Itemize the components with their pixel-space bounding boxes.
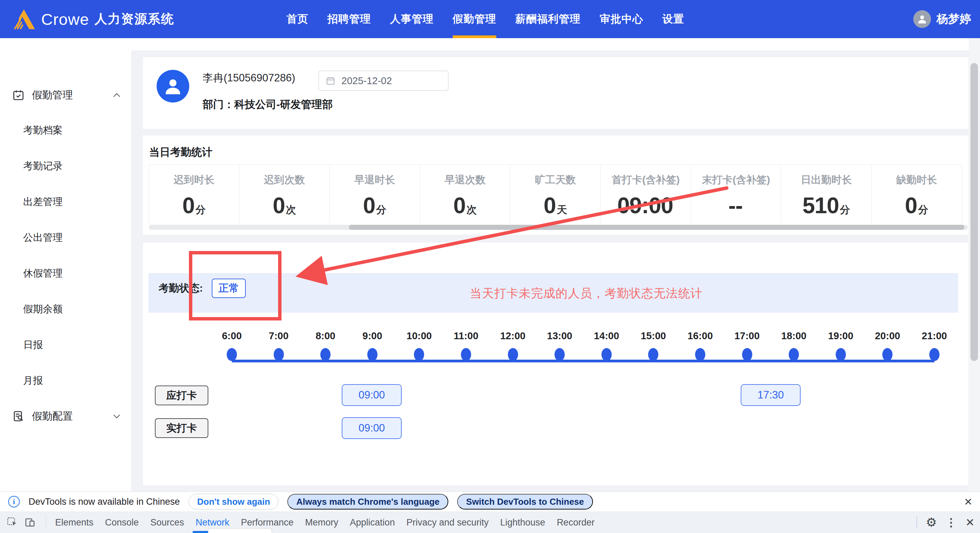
tab-recorder[interactable]: Recorder (551, 512, 600, 533)
expected-punch-chip-evening: 17:30 (741, 384, 800, 406)
nav-item-attendance[interactable]: 假勤管理 (453, 0, 496, 38)
nav-item-recruit[interactable]: 招聘管理 (328, 0, 371, 38)
timeline-dot (882, 348, 892, 361)
timeline-dot (695, 348, 705, 361)
devtools-close-icon[interactable]: ✕ (966, 517, 975, 528)
system-name: 人力资源系统 (95, 11, 174, 27)
timeline-dot (508, 348, 518, 361)
person-icon (917, 14, 928, 24)
nav-item-settings[interactable]: 设置 (662, 0, 684, 38)
nav-item-payroll[interactable]: 薪酬福利管理 (515, 0, 581, 38)
person-icon (163, 76, 183, 96)
infobar-close-icon[interactable]: ✕ (964, 496, 972, 508)
chevron-down-icon (113, 413, 121, 419)
sidebar-item-attendance-record[interactable]: 考勤记录 (0, 158, 131, 173)
kebab-menu-icon[interactable]: ⋮ (946, 517, 956, 528)
nav-item-home[interactable]: 首页 (286, 0, 309, 38)
stat-card-last-punch: 末打卡(含补签) -- (691, 165, 781, 224)
timeline-tick: 7:00 (267, 330, 291, 361)
sidebar-item-attendance-archive[interactable]: 考勤档案 (0, 123, 131, 137)
brand-logo-link[interactable]: Crowe 人力资源系统 (0, 0, 174, 38)
stat-card-early-leave-duration: 早退时长 0分 (330, 165, 420, 224)
sidebar-group-config[interactable]: 假勤配置 (0, 407, 131, 425)
timeline-tick: 14:00 (594, 330, 619, 361)
devtools-tabs: Elements Console Sources Network Perform… (49, 512, 600, 533)
horizontal-scrollbar-thumb[interactable] (349, 225, 964, 230)
sidebar-item-leave-balance[interactable]: 假期余额 (0, 302, 131, 316)
switch-to-chinese-button[interactable]: Switch DevTools to Chinese (457, 494, 593, 509)
calendar-icon (326, 76, 335, 86)
stat-card-first-punch: 首打卡(含补签) 09:00 (601, 165, 691, 224)
expected-punch-chip-morning: 09:00 (342, 384, 402, 406)
tab-lighthouse[interactable]: Lighthouse (495, 512, 551, 533)
sidebar-item-outing[interactable]: 公出管理 (0, 230, 131, 245)
sidebar-group-attendance[interactable]: 假勤管理 (0, 86, 131, 104)
tab-console[interactable]: Console (99, 512, 145, 533)
app-screen: Crowe 人力资源系统 首页 招聘管理 人事管理 假勤管理 薪酬福利管理 审批… (0, 0, 980, 533)
employee-avatar (157, 70, 189, 102)
timeline-tick: 10:00 (407, 330, 431, 361)
timeline-tick: 12:00 (501, 330, 525, 361)
sidebar-item-daily-report[interactable]: 日报 (0, 337, 131, 352)
sidebar-item-business-trip[interactable]: 出差管理 (0, 194, 131, 209)
timeline-tick: 16:00 (688, 330, 713, 361)
devtools-message: DevTools is now available in Chinese (29, 496, 180, 507)
stat-card-missing-duration: 缺勤时长 0分 (872, 165, 962, 224)
inspect-element-icon[interactable] (7, 517, 18, 528)
status-row: 考勤状态: 正常 (159, 280, 246, 296)
brand-name: Crowe (41, 10, 89, 29)
user-avatar (913, 10, 931, 28)
partial-popup (208, 528, 272, 533)
tab-memory[interactable]: Memory (299, 512, 344, 533)
devtools-tools (0, 516, 49, 529)
annotation-text: 当天打卡未完成的人员，考勤状态无法统计 (470, 286, 703, 302)
date-picker-input[interactable]: 2025-12-02 (318, 70, 449, 91)
daily-stats-card: 当日考勤统计 迟到时长 0分 迟到次数 0次 早退时长 0分 早退次数 0次 旷… (143, 136, 969, 235)
timeline-tick: 18:00 (781, 330, 806, 361)
toolbar-divider (46, 516, 46, 529)
sidebar: 假勤管理 考勤档案 考勤记录 出差管理 公出管理 休假管理 假期余额 日报 月报… (0, 38, 131, 492)
crowe-logo-icon (11, 7, 36, 31)
always-match-language-button[interactable]: Always match Chrome's language (287, 494, 448, 509)
timeline-tick: 15:00 (641, 330, 665, 361)
devtools-right-controls: ⚙ ⋮ ✕ (916, 512, 975, 533)
timeline-tick: 13:00 (547, 330, 572, 361)
stat-card-work-duration: 日出勤时长 510分 (781, 165, 872, 224)
tab-privacy-security[interactable]: Privacy and security (401, 512, 495, 533)
timeline-dot (601, 348, 612, 361)
actual-punch-chip-morning: 09:00 (342, 417, 402, 439)
dont-show-again-button[interactable]: Don't show again (189, 494, 278, 509)
punch-timeline: 6:00 7:00 8:00 9:00 10:00 11:00 12:00 13… (220, 330, 947, 375)
horizontal-scrollbar[interactable] (149, 225, 968, 230)
vertical-scrollbar[interactable] (969, 38, 980, 492)
timeline-tick: 8:00 (313, 330, 338, 361)
status-label: 考勤状态: (159, 281, 203, 295)
stat-card-late-duration: 迟到时长 0分 (149, 165, 239, 224)
devtools-infobar: i DevTools is now available in Chinese D… (0, 492, 980, 512)
stats-row: 迟到时长 0分 迟到次数 0次 早退时长 0分 早退次数 0次 旷工天数 0天 … (149, 164, 962, 224)
status-banner: 考勤状态: 正常 当天打卡未完成的人员，考勤状态无法统计 (148, 273, 958, 313)
stats-title: 当日考勤统计 (149, 145, 212, 160)
employee-department: 部门：科技公司-研发管理部 (202, 97, 332, 112)
user-name: 杨梦婷 (936, 11, 971, 27)
device-toolbar-icon[interactable] (24, 517, 35, 528)
sidebar-item-leave[interactable]: 休假管理 (0, 266, 131, 281)
tab-application[interactable]: Application (344, 512, 401, 533)
nav-item-hr[interactable]: 人事管理 (390, 0, 434, 38)
timeline-dot (367, 348, 377, 361)
date-value: 2025-12-02 (341, 75, 392, 86)
gear-icon[interactable]: ⚙ (926, 516, 937, 528)
tab-sources[interactable]: Sources (145, 512, 190, 533)
timeline-dot (836, 348, 846, 361)
tab-elements[interactable]: Elements (49, 512, 99, 533)
user-menu[interactable]: 杨梦婷 (913, 0, 971, 38)
status-badge: 正常 (212, 279, 246, 298)
info-icon: i (8, 496, 20, 507)
timeline-dot (648, 348, 658, 361)
vertical-scrollbar-thumb[interactable] (970, 63, 978, 361)
timeline-dot (789, 348, 799, 361)
nav-item-approval[interactable]: 审批中心 (600, 0, 643, 38)
sidebar-item-monthly-report[interactable]: 月报 (0, 373, 131, 388)
expected-punch-label: 应打卡 (155, 386, 208, 405)
timeline-tick: 21:00 (922, 330, 947, 361)
